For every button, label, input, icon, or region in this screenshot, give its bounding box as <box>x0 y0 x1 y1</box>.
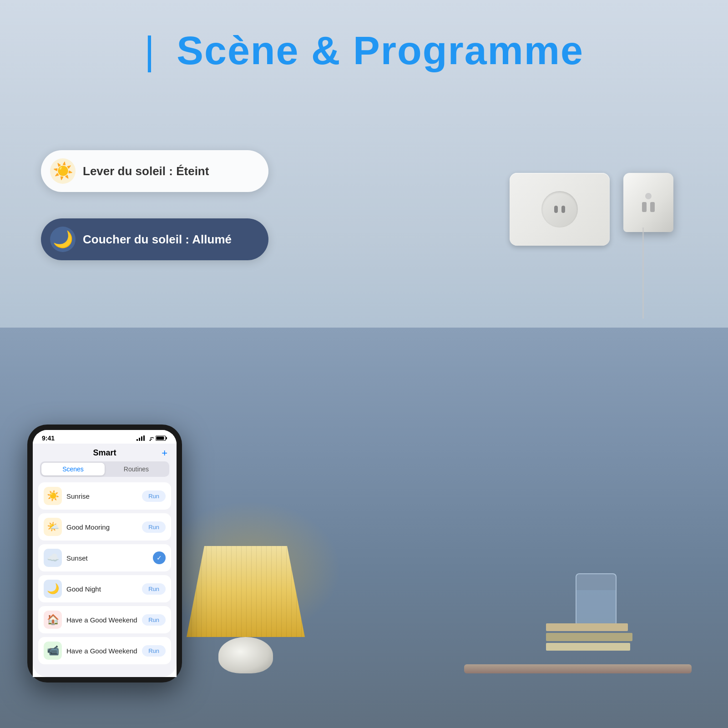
svg-point-4 <box>150 440 151 441</box>
scene-item-weekend-2[interactable]: 📹 Have a Good Weekend Run <box>38 637 171 664</box>
books <box>546 623 637 651</box>
svg-rect-1 <box>139 438 140 441</box>
phone-screen[interactable]: Smart + Scenes Routines ☀️ Sunrise Run <box>33 444 177 677</box>
plug-indicator <box>645 193 652 199</box>
check-btn-sunset[interactable]: ✓ <box>153 551 166 564</box>
tab-scenes[interactable]: Scenes <box>41 463 105 475</box>
page-title: | Scène & Programme <box>0 27 728 74</box>
status-time: 9:41 <box>42 435 55 442</box>
moon-icon: 🌙 <box>50 227 76 252</box>
scene-item-weekend-1[interactable]: 🏠 Have a Good Weekend Run <box>38 606 171 633</box>
add-button[interactable]: + <box>162 447 167 459</box>
sunrise-text: Lever du soleil : Éteint <box>83 164 209 178</box>
run-btn-morning[interactable]: Run <box>142 521 166 533</box>
status-bar: 9:41 <box>33 430 177 444</box>
svg-rect-3 <box>143 435 145 441</box>
outlet-holes <box>554 206 565 213</box>
sunrise-badge: ☀️ Lever du soleil : Éteint <box>41 150 268 192</box>
phone-title: Smart <box>93 448 116 458</box>
outlet-hole-left <box>554 206 558 213</box>
phone-tabs[interactable]: Scenes Routines <box>40 461 169 477</box>
lamp <box>182 546 309 673</box>
svg-rect-6 <box>166 437 167 440</box>
sunset-badge: 🌙 Coucher du soleil : Allumé <box>41 218 268 260</box>
outlet-circle <box>541 191 578 228</box>
lamp-base <box>218 637 273 673</box>
scene-name-sunrise: Sunrise <box>66 492 137 500</box>
plug-cord <box>642 228 644 318</box>
book-1 <box>546 623 628 631</box>
tab-routines[interactable]: Routines <box>105 463 168 475</box>
scene-name-weekend-1: Have a Good Weekend <box>66 616 137 624</box>
wifi-icon <box>147 435 154 441</box>
phone-screen-wrapper: 9:41 <box>33 430 177 677</box>
book-2 <box>546 633 632 641</box>
scene-icon-weekend-1: 🏠 <box>44 611 62 629</box>
title-bar: | <box>144 28 156 73</box>
table-surface <box>464 664 692 673</box>
phone-header: Smart + <box>33 444 177 461</box>
scene-name-sunset: Sunset <box>66 554 148 562</box>
run-btn-weekend-2[interactable]: Run <box>142 645 166 657</box>
battery-icon <box>156 435 167 441</box>
svg-rect-2 <box>141 436 142 441</box>
scene-name-morning: Good Mooring <box>66 523 137 531</box>
run-btn-weekend-1[interactable]: Run <box>142 614 166 626</box>
book-3 <box>546 643 630 651</box>
signal-icon <box>136 435 145 441</box>
glass-body <box>576 573 617 628</box>
plug-prong-right <box>650 202 655 212</box>
scene-list: ☀️ Sunrise Run 🌤️ Good Mooring Run ☁️ Su… <box>33 482 177 664</box>
sunset-text: Coucher du soleil : Allumé <box>83 233 232 247</box>
scene-item-morning[interactable]: 🌤️ Good Mooring Run <box>38 513 171 541</box>
scene-item-sunset[interactable]: ☁️ Sunset ✓ <box>38 544 171 571</box>
svg-rect-0 <box>136 439 138 441</box>
scene-icon-morning: 🌤️ <box>44 518 62 536</box>
scene-item-sunrise[interactable]: ☀️ Sunrise Run <box>38 482 171 510</box>
sunrise-icon: ☀️ <box>50 158 76 184</box>
run-btn-sunrise[interactable]: Run <box>142 490 166 502</box>
scene-icon-sunrise: ☀️ <box>44 487 62 505</box>
outlet-area <box>510 173 682 282</box>
glass-water <box>576 590 616 627</box>
scene-name-night: Good Night <box>66 585 137 593</box>
outlet-hole-right <box>561 206 565 213</box>
phone-container: 9:41 <box>27 425 182 682</box>
plug-prong-left <box>642 202 647 212</box>
title-text: Scène & Programme <box>177 28 584 73</box>
outlet-plate <box>510 173 610 246</box>
scene-icon-sunset: ☁️ <box>44 549 62 567</box>
smart-plug <box>623 173 673 232</box>
svg-rect-7 <box>157 437 164 440</box>
scene-icon-weekend-2: 📹 <box>44 642 62 660</box>
lamp-shade <box>187 546 305 637</box>
phone: 9:41 <box>27 425 182 682</box>
scene-name-weekend-2: Have a Good Weekend <box>66 647 137 655</box>
run-btn-night[interactable]: Run <box>142 583 166 595</box>
scene-item-night[interactable]: 🌙 Good Night Run <box>38 575 171 602</box>
scene-icon-night: 🌙 <box>44 580 62 598</box>
status-icons <box>136 435 167 441</box>
